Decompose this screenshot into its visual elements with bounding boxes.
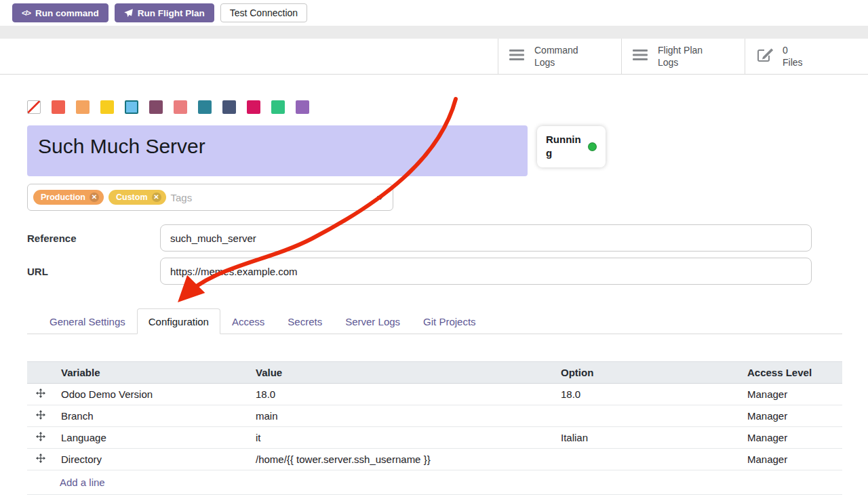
table-row: Branch main Manager [27,405,842,427]
table-header-row: Variable Value Option Access Level [27,362,842,384]
tag-label: Custom [116,193,148,202]
tab-git-projects[interactable]: Git Projects [412,308,488,334]
code-icon: </> [22,9,31,17]
cell-variable[interactable]: Language [54,427,249,449]
stat-flight-plan-logs[interactable]: Flight Plan Logs [621,39,745,74]
drag-handle-icon[interactable] [27,449,54,470]
cell-access-level[interactable]: Manager [741,449,842,470]
form-sheet: Such Much Server Running Production ✕ Cu… [0,100,868,495]
run-flight-plan-label: Run Flight Plan [138,8,205,18]
url-label: URL [27,266,160,277]
test-connection-button[interactable]: Test Connection [220,3,307,22]
color-swatch-green[interactable] [271,100,285,114]
reference-label: Reference [27,233,160,244]
stat-button-bar: Command Logs Flight Plan Logs 0 Files [0,39,868,75]
color-swatch-light-blue[interactable] [125,100,138,114]
tab-server-logs[interactable]: Server Logs [334,308,412,334]
add-line-row: Add a line [27,470,842,495]
tab-access[interactable]: Access [220,308,276,334]
cell-value[interactable]: 18.0 [249,384,554,405]
drag-handle-icon[interactable] [27,427,54,449]
tab-general-settings[interactable]: General Settings [38,308,137,334]
cell-value[interactable]: /home/{{ tower.server.ssh_username }} [249,449,554,470]
url-field-row: URL [27,258,842,285]
toolbar-divider [0,26,868,39]
dropdown-caret-icon[interactable] [377,196,384,200]
cell-option[interactable]: 18.0 [554,384,741,405]
files-stat-text: 0 Files [783,44,803,68]
cell-access-level[interactable]: Manager [741,405,842,427]
color-swatch-salmon[interactable] [174,100,187,114]
title-row: Such Much Server Running [27,125,842,176]
color-swatch-dark-blue[interactable] [222,100,236,114]
notebook-tabs: General Settings Configuration Access Se… [27,308,842,334]
paper-plane-icon [124,9,133,18]
drag-handle-icon[interactable] [27,384,54,405]
add-line-link[interactable]: Add a line [60,477,105,488]
color-swatch-yellow[interactable] [100,100,114,114]
tab-secrets[interactable]: Secrets [276,308,334,334]
cell-access-level[interactable]: Manager [741,384,842,405]
stat-files[interactable]: 0 Files [745,39,868,74]
url-input[interactable] [160,258,812,285]
tag-production[interactable]: Production ✕ [33,190,104,205]
stat-command-logs[interactable]: Command Logs [498,39,621,74]
color-swatch-none[interactable] [27,100,41,114]
status-dot [588,142,597,151]
files-count: 0 [783,44,803,56]
action-toolbar: </> Run command Run Flight Plan Test Con… [0,0,868,26]
run-flight-plan-button[interactable]: Run Flight Plan [115,3,214,22]
reference-input[interactable] [160,224,812,252]
files-label: Files [783,56,803,68]
column-header-value: Value [249,362,554,384]
table-row: Odoo Demo Version 18.0 18.0 Manager [27,384,842,405]
color-swatch-dark-purple[interactable] [149,100,163,114]
reference-field-row: Reference [27,224,842,252]
cell-option[interactable] [554,405,741,427]
column-header-access-level: Access Level [741,362,842,384]
table-row: Language it Italian Manager [27,427,842,449]
color-swatch-purple[interactable] [296,100,309,114]
cell-variable[interactable]: Directory [54,449,249,470]
tag-remove-icon[interactable]: ✕ [90,193,99,202]
cell-variable[interactable]: Odoo Demo Version [54,384,249,405]
table-row: Directory /home/{{ tower.server.ssh_user… [27,449,842,470]
color-swatches [27,100,842,114]
tags-placeholder: Tags [171,192,193,203]
tag-label: Production [41,193,85,202]
status-badge[interactable]: Running [537,126,606,167]
cell-option[interactable] [554,449,741,470]
cell-access-level[interactable]: Manager [741,427,842,449]
server-name-input[interactable]: Such Much Server [27,125,528,176]
status-label: Running [546,133,581,161]
stat-label: Flight Plan Logs [658,44,719,68]
column-header-handle [27,362,54,384]
variables-table: Variable Value Option Access Level Odoo … [27,361,842,495]
cell-variable[interactable]: Branch [54,405,249,427]
column-header-option: Option [554,362,741,384]
color-swatch-teal[interactable] [198,100,212,114]
color-swatch-red[interactable] [52,100,65,114]
run-command-button[interactable]: </> Run command [12,3,108,22]
tag-remove-icon[interactable]: ✕ [152,193,161,202]
edit-pencil-icon [756,47,774,66]
tags-field[interactable]: Production ✕ Custom ✕ Tags [27,184,393,211]
list-icon [633,48,649,64]
color-swatch-orange[interactable] [76,100,90,114]
cell-value[interactable]: main [249,405,554,427]
tab-configuration[interactable]: Configuration [137,308,220,334]
stat-label: Command Logs [534,44,595,68]
color-swatch-fuchsia[interactable] [247,100,260,114]
column-header-variable: Variable [54,362,249,384]
server-form-page: </> Run command Run Flight Plan Test Con… [0,0,868,503]
drag-handle-icon[interactable] [27,405,54,427]
tag-custom[interactable]: Custom ✕ [108,190,166,205]
cell-option[interactable]: Italian [554,427,741,449]
run-command-label: Run command [35,8,99,18]
cell-value[interactable]: it [249,427,554,449]
test-connection-label: Test Connection [230,7,298,18]
list-icon [509,48,526,64]
